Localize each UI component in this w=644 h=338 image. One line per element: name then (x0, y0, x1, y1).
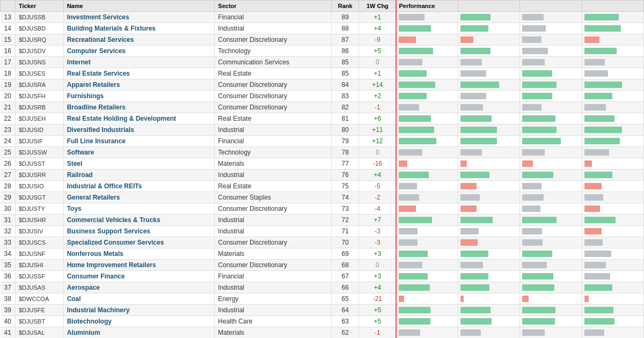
row-bar3 (520, 260, 582, 271)
row-bar4 (582, 192, 643, 203)
col-name: Name (63, 1, 215, 12)
row-name[interactable]: Furnishings (63, 91, 215, 102)
table-row: 40 $DJUSBT Biotechnology Health Care 63 … (1, 316, 644, 327)
row-bar1 (396, 271, 458, 282)
table-row: 36 $DJUSSF Consumer Finance Financial 67… (1, 271, 644, 282)
row-ticker: $DJUSRQ (16, 34, 64, 46)
row-ticker: $DJUSRA (16, 79, 64, 91)
row-bar2 (458, 113, 520, 124)
row-rank: 76 (332, 170, 359, 181)
row-name[interactable]: Real Estate Holding & Development (63, 113, 215, 124)
row-number: 27 (1, 170, 16, 181)
row-bar1 (396, 293, 458, 305)
row-change: -21 (359, 293, 397, 305)
row-rank: 67 (332, 271, 359, 282)
row-number: 18 (1, 68, 16, 79)
row-number: 38 (1, 293, 16, 305)
row-name[interactable]: Coal (63, 293, 215, 305)
row-rank: 72 (332, 215, 359, 226)
row-name[interactable]: Apparel Retailers (63, 79, 215, 91)
row-bar2 (458, 215, 520, 226)
row-ticker: $DJUSIV (16, 226, 64, 237)
row-bar3 (520, 147, 582, 158)
row-ticker: $DJUSFE (16, 305, 64, 316)
row-bar3 (520, 282, 582, 293)
row-ticker: $DJUSES (16, 68, 64, 79)
row-name[interactable]: Industrial & Office REITs (63, 181, 215, 192)
row-name[interactable]: Diversified Industrials (63, 124, 215, 136)
row-ticker: $DJUSCS (16, 237, 64, 248)
row-bar4 (582, 34, 643, 46)
row-bar2 (458, 79, 520, 91)
row-name[interactable]: Full Line Insurance (63, 136, 215, 147)
row-name[interactable]: General Retailers (63, 192, 215, 203)
row-number: 28 (1, 181, 16, 192)
row-bar1 (396, 327, 458, 339)
row-sector: Industrial (215, 226, 332, 237)
row-name[interactable]: Recreational Services (63, 34, 215, 46)
row-sector: Consumer Discretionary (215, 260, 332, 271)
table-row: 27 $DJUSRR Railroad Industrial 76 +4 (1, 170, 644, 181)
main-table: Ticker Name Sector Rank 1W Chg Performan… (0, 0, 644, 338)
row-bar3 (520, 170, 582, 181)
row-name[interactable]: Industrial Machinery (63, 305, 215, 316)
row-name[interactable]: Railroad (63, 170, 215, 181)
row-name[interactable]: Steel (63, 158, 215, 170)
row-bar2 (458, 181, 520, 192)
row-number: 32 (1, 226, 16, 237)
row-name[interactable]: Broadline Retailers (63, 102, 215, 113)
col-change: 1W Chg (359, 1, 397, 12)
row-name[interactable]: Toys (63, 203, 215, 215)
row-number: 36 (1, 271, 16, 282)
row-name[interactable]: Aerospace (63, 282, 215, 293)
row-bar4 (582, 215, 643, 226)
table-row: 39 $DJUSFE Industrial Machinery Industri… (1, 305, 644, 316)
row-sector: Financial (215, 12, 332, 23)
row-number: 23 (1, 124, 16, 136)
row-bar3 (520, 316, 582, 327)
row-ticker: $DJUSSB (16, 12, 64, 23)
row-sector: Technology (215, 46, 332, 57)
row-ticker: $DJUSDV (16, 46, 64, 57)
row-name[interactable]: Home Improvement Retailers (63, 260, 215, 271)
row-bar4 (582, 293, 643, 305)
table-row: 30 $DJUSTY Toys Consumer Discretionary 7… (1, 203, 644, 215)
row-ticker: $DJUSHI (16, 260, 64, 271)
row-name[interactable]: Internet (63, 57, 215, 68)
row-name[interactable]: Biotechnology (63, 316, 215, 327)
row-name[interactable]: Software (63, 147, 215, 158)
row-name[interactable]: Nonferrous Metals (63, 248, 215, 260)
row-name[interactable]: Aluminium (63, 327, 215, 339)
row-name[interactable]: Investment Services (63, 12, 215, 23)
table-row: 23 $DJUSID Diversified Industrials Indus… (1, 124, 644, 136)
row-rank: 62 (332, 327, 359, 339)
row-bar1 (396, 102, 458, 113)
row-bar2 (458, 203, 520, 215)
row-sector: Financial (215, 271, 332, 282)
row-sector: Consumer Discretionary (215, 203, 332, 215)
row-bar4 (582, 102, 643, 113)
row-number: 22 (1, 113, 16, 124)
row-name[interactable]: Commercial Vehicles & Trucks (63, 215, 215, 226)
row-name[interactable]: Real Estate Services (63, 68, 215, 79)
row-sector: Real Estate (215, 113, 332, 124)
row-bar4 (582, 57, 643, 68)
row-sector: Materials (215, 158, 332, 170)
row-number: 24 (1, 136, 16, 147)
row-name[interactable]: Specialized Consumer Services (63, 237, 215, 248)
row-bar1 (396, 192, 458, 203)
row-ticker: $DWCCOA (16, 293, 64, 305)
row-name[interactable]: Building Materials & Fixtures (63, 23, 215, 34)
table-body: 13 $DJUSSB Investment Services Financial… (1, 12, 644, 339)
row-number: 15 (1, 34, 16, 46)
row-name[interactable]: Consumer Finance (63, 271, 215, 282)
row-bar4 (582, 124, 643, 136)
row-sector: Industrial (215, 215, 332, 226)
row-name[interactable]: Business Support Services (63, 226, 215, 237)
row-bar3 (520, 124, 582, 136)
row-name[interactable]: Computer Services (63, 46, 215, 57)
row-sector: Communication Services (215, 57, 332, 68)
row-change: +14 (359, 79, 397, 91)
row-rank: 89 (332, 12, 359, 23)
table-row: 13 $DJUSSB Investment Services Financial… (1, 12, 644, 23)
